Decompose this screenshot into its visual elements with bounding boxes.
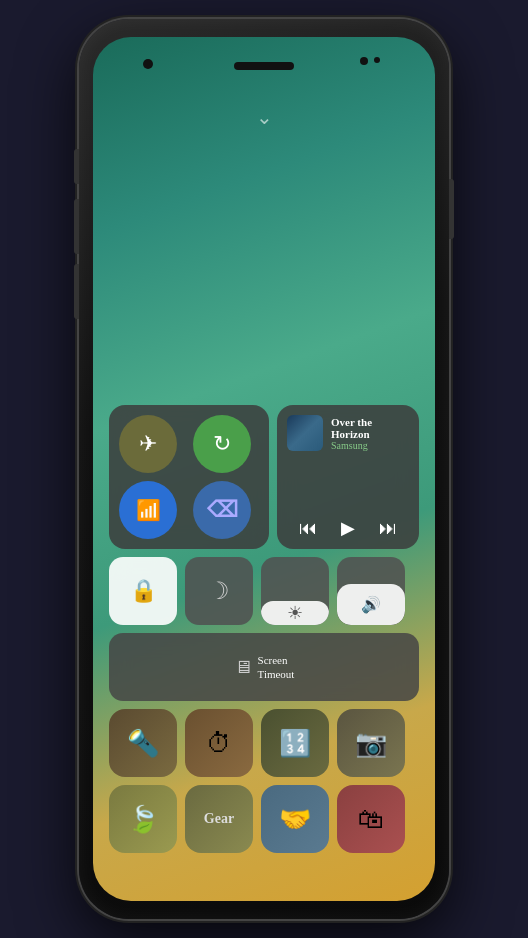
pull-down-indicator[interactable]: ⌄: [256, 105, 273, 129]
phone-frame: ⌄ 📶 ⌫: [79, 19, 449, 919]
phone-top-bar: [93, 37, 435, 97]
row-screen-timeout: Screen Timeout: [109, 633, 419, 701]
wifi-icon: 📶: [136, 498, 161, 522]
timer-app-button[interactable]: ⏱: [185, 709, 253, 777]
screen-lock-button[interactable]: [109, 557, 177, 625]
row-connectivity-media: 📶 ⌫ Over the Horizon Samsung: [109, 405, 419, 549]
media-title: Over the Horizon: [331, 416, 409, 440]
row-utilities: ☀ 🔊: [109, 557, 419, 625]
gear-app-button[interactable]: Gear: [185, 785, 253, 853]
screen-timeout-button[interactable]: Screen Timeout: [109, 633, 419, 701]
calculator-icon: 🔢: [279, 728, 311, 759]
gear-icon: Gear: [204, 811, 234, 827]
quick-connect-button[interactable]: 🤝: [261, 785, 329, 853]
airplane-mode-button[interactable]: [119, 415, 177, 473]
brightness-slider[interactable]: ☀: [261, 557, 329, 625]
store-icon: 🛍: [358, 804, 384, 835]
wifi-button[interactable]: 📶: [119, 481, 177, 539]
power-button[interactable]: [449, 179, 454, 239]
phone-screen: ⌄ 📶 ⌫: [93, 37, 435, 901]
auto-rotate-button[interactable]: [193, 415, 251, 473]
moon-icon: [208, 577, 230, 605]
torch-icon: 🔦: [127, 728, 159, 759]
leaf-icon: 🍃: [127, 804, 159, 835]
airplane-icon: [139, 431, 157, 457]
next-button[interactable]: [379, 518, 397, 539]
volume-down-button[interactable]: [74, 264, 79, 319]
bluetooth-button[interactable]: ⌫: [193, 481, 251, 539]
app-row-2: 🍃 Gear 🤝 🛍: [109, 785, 419, 853]
media-info: Over the Horizon Samsung: [331, 416, 409, 451]
lock-icon: [130, 578, 157, 604]
torch-app-button[interactable]: 🔦: [109, 709, 177, 777]
control-panel: 📶 ⌫ Over the Horizon Samsung: [109, 405, 419, 861]
night-mode-button[interactable]: [185, 557, 253, 625]
bluetooth-icon: ⌫: [207, 497, 238, 523]
screen-timeout-label: Screen Timeout: [258, 653, 295, 682]
brightness-fill: ☀: [261, 601, 329, 625]
sensor-1: [360, 57, 368, 65]
previous-button[interactable]: [299, 518, 317, 539]
media-controls: [287, 517, 409, 539]
rotation-icon: [213, 431, 231, 457]
calculator-app-button[interactable]: 🔢: [261, 709, 329, 777]
speaker: [234, 62, 294, 70]
camera-app-button[interactable]: 📷: [337, 709, 405, 777]
album-art: [287, 415, 323, 451]
galaxy-store-button[interactable]: 🛍: [337, 785, 405, 853]
brightness-icon: ☀: [287, 602, 303, 624]
volume-slider[interactable]: 🔊: [337, 557, 405, 625]
timer-icon: ⏱: [206, 728, 232, 759]
screen-icon: [234, 657, 252, 678]
sensor-2: [374, 57, 380, 63]
sensors: [360, 57, 380, 65]
volume-fill: 🔊: [337, 584, 405, 625]
bixby-button[interactable]: [74, 149, 79, 184]
camera-icon: 📷: [355, 728, 387, 759]
connect-icon: 🤝: [279, 804, 311, 835]
app-row-1: 🔦 ⏱ 🔢 📷: [109, 709, 419, 777]
play-button[interactable]: [341, 517, 355, 539]
media-header: Over the Horizon Samsung: [287, 415, 409, 451]
media-player-block: Over the Horizon Samsung: [277, 405, 419, 549]
connectivity-block: 📶 ⌫: [109, 405, 269, 549]
volume-icon: 🔊: [361, 595, 381, 614]
media-artist: Samsung: [331, 440, 409, 451]
front-camera: [143, 59, 153, 69]
power-saving-button[interactable]: 🍃: [109, 785, 177, 853]
volume-up-button[interactable]: [74, 199, 79, 254]
